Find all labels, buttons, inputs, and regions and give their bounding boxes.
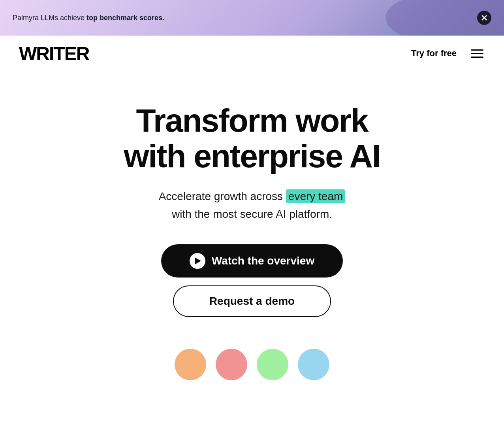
close-icon [481,15,487,21]
circle-decoration [298,349,329,380]
navbar: WRITER Try for free [0,36,504,71]
watch-overview-button[interactable]: Watch the overview [161,244,343,278]
circle-decoration [257,349,288,380]
hero-section: Transform work with enterprise AI Accele… [0,71,504,404]
try-free-button[interactable]: Try for free [411,48,457,59]
play-triangle [195,257,201,264]
bottom-circle-decorations [175,341,329,380]
hamburger-line-1 [471,49,483,51]
hamburger-line-3 [471,57,483,58]
circle-decoration [216,349,247,380]
hero-subtitle-line2: with the most secure AI platform. [172,208,332,221]
banner-text: Palmyra LLMs achieve top benchmark score… [13,14,164,22]
announcement-banner: Palmyra LLMs achieve top benchmark score… [0,0,504,36]
logo[interactable]: WRITER [19,43,89,64]
hero-subtitle-line1: Accelerate growth across every team [159,188,346,205]
menu-button[interactable] [469,48,485,59]
nav-right: Try for free [411,48,485,59]
play-icon [190,253,205,269]
hamburger-line-2 [471,53,483,54]
request-demo-button[interactable]: Request a demo [173,285,331,317]
banner-close-button[interactable] [477,11,491,25]
hero-subtitle-highlight: every team [286,189,346,203]
cta-buttons: Watch the overview Request a demo [161,244,343,317]
circle-decoration [175,349,206,380]
hero-title: Transform work with enterprise AI [124,103,380,174]
